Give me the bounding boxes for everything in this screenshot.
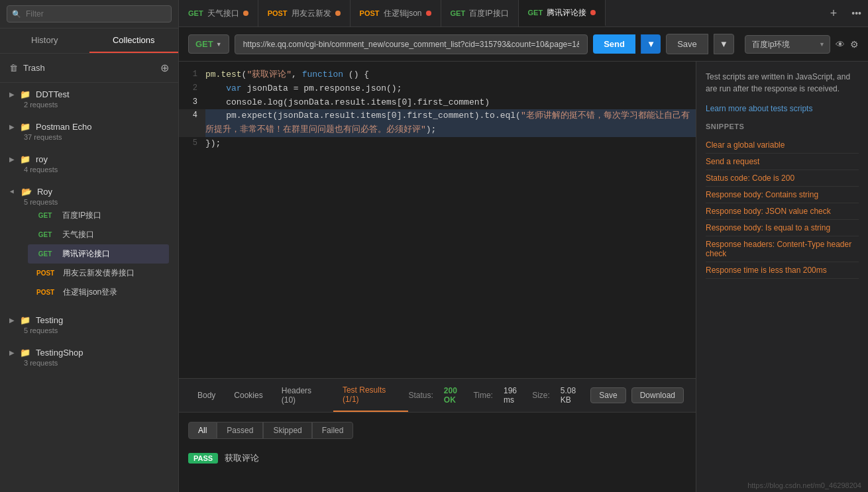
test-result-area: All Passed Skipped Failed PASS 获取评论 (179, 413, 696, 492)
tab-dot-youyou (335, 11, 341, 16)
line-num-5: 5 (179, 137, 205, 151)
method-badge-get-weather: GET (33, 230, 57, 239)
save-dropdown-button[interactable]: ▼ (714, 34, 734, 54)
trash-icon: 🗑 (9, 63, 18, 73)
tab-name-tencent: 腾讯评论接 (547, 7, 586, 19)
settings-icon[interactable]: ⚙ (850, 39, 859, 50)
test-name: 获取评论 (225, 452, 259, 464)
url-input[interactable] (235, 34, 588, 54)
tab-history[interactable]: History (0, 28, 89, 53)
line-content-1: pm.test("获取评论", function () { (205, 68, 696, 82)
learn-more-link[interactable]: Learn more about tests scripts (706, 104, 859, 113)
method-select[interactable]: GET ▼ (188, 34, 229, 54)
eye-icon[interactable]: 👁 (836, 39, 845, 50)
add-tab-button[interactable]: + (822, 1, 845, 26)
collection-ddttest[interactable]: 📁 DDTTest 2 requests (0, 83, 178, 115)
more-tabs-button[interactable]: ••• (845, 3, 868, 24)
child-name-youyou: 用友云新发债券接口 (63, 268, 135, 279)
send-button[interactable]: Send (593, 34, 635, 54)
child-name-weather: 天气接口 (62, 229, 94, 240)
tab-youyou[interactable]: POST 用友云新发 (258, 0, 351, 26)
environment-selector[interactable]: 百度ip环境 No Environment (745, 35, 830, 54)
collection-testing[interactable]: 📁 Testing 5 requests (0, 309, 178, 341)
add-collection-icon[interactable]: ⊕ (160, 62, 169, 74)
chevron-postman-echo (9, 123, 15, 130)
line-content-2: var jsonData = pm.response.json(); (205, 82, 696, 96)
line-num-3: 3 (179, 96, 205, 110)
child-item-tencent[interactable]: GET 腾讯评论接口 (28, 244, 169, 264)
tab-collections[interactable]: Collections (89, 28, 179, 53)
collection-name-testing: Testing (36, 315, 63, 325)
response-tab-headers[interactable]: Headers (10) (272, 379, 333, 411)
collection-roy-lower[interactable]: 📁 roy 4 requests (0, 148, 178, 180)
snippet-json-check[interactable]: Response body: JSON value check (706, 203, 859, 220)
time-value: 196 ms (504, 386, 521, 405)
save-response-button[interactable]: Save (590, 387, 625, 403)
method-value: GET (195, 39, 213, 49)
code-editor[interactable]: 1 pm.test("获取评论", function () { 2 var js… (179, 62, 696, 378)
child-name-zhuloji: 住逻辑json登录 (63, 287, 117, 298)
filter-tab-all[interactable]: All (188, 422, 217, 439)
right-panel-description: Test scripts are written in JavaScript, … (706, 71, 859, 95)
tab-method-youyou: POST (268, 9, 288, 17)
tab-method-zhuloji: POST (360, 9, 380, 17)
child-item-youyou[interactable]: POST 用友云新发债券接口 (28, 264, 169, 283)
sidebar-search-area: 🔍 (0, 0, 178, 28)
folder-icon-testing: 📁 (20, 315, 30, 325)
snippet-status-200[interactable]: Status code: Code is 200 (706, 170, 859, 187)
send-dropdown-button[interactable]: ▼ (641, 34, 661, 54)
collection-list: 📁 DDTTest 2 requests 📁 Postman Echo 37 r… (0, 83, 178, 492)
collection-testingshop[interactable]: 📁 TestingShop 3 requests (0, 341, 178, 373)
snippet-clear-global[interactable]: Clear a global variable (706, 137, 859, 154)
size-value: 5.08 KB (561, 386, 580, 405)
line-num-1: 1 (179, 68, 205, 82)
tab-zhuloji[interactable]: POST 住逻辑json (351, 0, 441, 26)
tab-weather[interactable]: GET 天气接口 (179, 0, 258, 26)
response-tab-body[interactable]: Body (188, 384, 225, 407)
child-item-baidu-ip[interactable]: GET 百度IP接口 (28, 206, 169, 225)
tab-method-tencent: GET (528, 9, 543, 17)
tab-dot-weather (243, 11, 248, 16)
response-tab-cookies[interactable]: Cookies (225, 384, 272, 407)
collection-roy[interactable]: 📂 Roy 5 requests GET 百度IP接口 GET 天气接口 GET… (0, 180, 178, 309)
status-label: Status: (408, 391, 433, 400)
child-item-weather[interactable]: GET 天气接口 (28, 225, 169, 244)
tab-method-weather: GET (188, 9, 203, 17)
code-line-5: 5 }); (179, 137, 696, 151)
save-button[interactable]: Save (666, 34, 708, 54)
filter-tab-skipped[interactable]: Skipped (263, 422, 311, 439)
collection-count-roy-lower: 4 requests (24, 166, 169, 173)
content-split: 1 pm.test("获取评论", function () { 2 var js… (179, 62, 868, 492)
method-dropdown-icon: ▼ (216, 41, 222, 48)
folder-icon-pe: 📁 (20, 122, 30, 132)
snippet-content-type[interactable]: Response headers: Content-Type header ch… (706, 236, 859, 262)
filter-input[interactable] (7, 5, 172, 23)
collection-name-roy-lower: roy (36, 154, 48, 164)
collection-name-pe: Postman Echo (36, 122, 92, 132)
tab-name-youyou: 用友云新发 (292, 8, 331, 19)
trash-label: Trash (23, 63, 45, 73)
filter-tab-failed[interactable]: Failed (312, 422, 354, 439)
main-layout: GET 天气接口 POST 用友云新发 POST 住逻辑json GET 百度I… (179, 0, 868, 492)
snippet-send-request[interactable]: Send a request (706, 154, 859, 170)
folder-icon: 📁 (20, 89, 30, 99)
tab-tencent[interactable]: GET 腾讯评论接 (519, 0, 606, 26)
search-icon: 🔍 (12, 10, 21, 19)
snippet-body-contains[interactable]: Response body: Contains string (706, 187, 859, 203)
snippet-equal-string[interactable]: Response body: Is equal to a string (706, 220, 859, 236)
code-line-2: 2 var jsonData = pm.response.json(); (179, 82, 696, 96)
download-button[interactable]: Download (631, 387, 684, 403)
footer-link: https://blog.csdn.net/m0_46298204 (747, 481, 861, 489)
line-num-2: 2 (179, 82, 205, 96)
response-tab-test-results[interactable]: Test Results (1/1) (333, 379, 409, 412)
method-badge-post-zhuloji: POST (33, 288, 58, 297)
tab-baidu-ip[interactable]: GET 百度IP接口 (441, 0, 519, 26)
collection-postman-echo[interactable]: 📁 Postman Echo 37 requests (0, 115, 178, 148)
snippet-response-time[interactable]: Response time is less than 200ms (706, 262, 859, 279)
child-item-zhuloji[interactable]: POST 住逻辑json登录 (28, 283, 169, 302)
filter-tab-passed[interactable]: Passed (217, 422, 263, 439)
env-select-input[interactable]: 百度ip环境 No Environment (745, 35, 830, 54)
tab-name-zhuloji: 住逻辑json (384, 8, 422, 19)
editor-section: 1 pm.test("获取评论", function () { 2 var js… (179, 62, 696, 492)
trash-item[interactable]: 🗑 Trash ⊕ (0, 54, 178, 83)
